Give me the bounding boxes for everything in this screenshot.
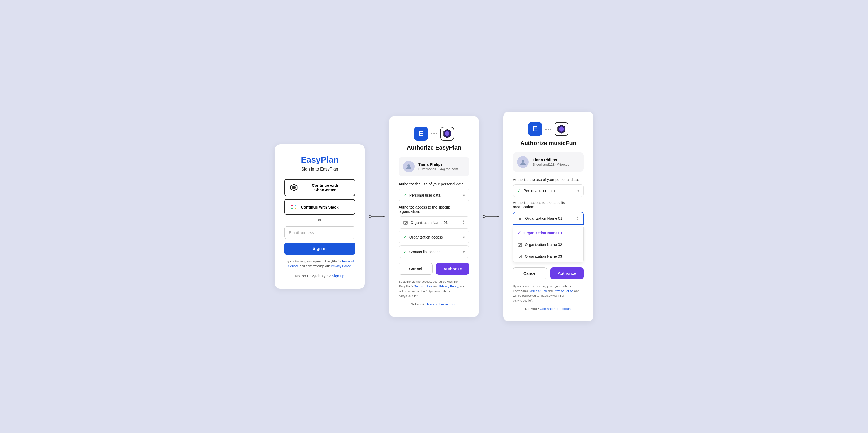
not-you-text: Not you? Use another account bbox=[399, 302, 470, 306]
user-avatar bbox=[403, 161, 414, 172]
arrow-connector-2 bbox=[479, 214, 503, 219]
authorize-button-3[interactable]: Authorize bbox=[550, 267, 584, 279]
check-icon-personal-3: ✓ bbox=[517, 188, 521, 193]
svg-rect-24 bbox=[519, 218, 520, 219]
svg-rect-3 bbox=[294, 205, 296, 206]
action-buttons: Cancel Authorize bbox=[399, 263, 470, 275]
personal-data-label: Authorize the use of your personal data: bbox=[399, 182, 470, 186]
user-email-3: Silverhand1234@foo.com bbox=[532, 163, 572, 167]
svg-rect-29 bbox=[519, 244, 520, 245]
dot3 bbox=[436, 133, 437, 135]
chevron-org-icon: ▾ bbox=[463, 235, 465, 239]
building-icon-dd2 bbox=[517, 242, 522, 247]
svg-rect-26 bbox=[520, 219, 521, 220]
org-access-label-3: Authorize access to the specific organiz… bbox=[513, 201, 584, 209]
contact-access-item[interactable]: ✓ Contact list access ▾ bbox=[399, 246, 470, 258]
chatchenter-icon bbox=[290, 184, 298, 191]
slack-btn-label: Continue with Slack bbox=[301, 205, 339, 209]
email-input[interactable] bbox=[284, 226, 355, 239]
footer-terms: By authorize the access, you agree with … bbox=[399, 280, 470, 298]
svg-rect-4 bbox=[291, 208, 293, 209]
arrow-connector-1 bbox=[365, 214, 389, 219]
svg-rect-35 bbox=[519, 257, 520, 258]
connector-dots bbox=[431, 133, 437, 135]
updown-arrows-icon-3: ▲ ▼ bbox=[577, 216, 579, 221]
use-another-link-3[interactable]: Use another account bbox=[540, 307, 572, 311]
cancel-button[interactable]: Cancel bbox=[399, 263, 433, 275]
org-selected-text: Organization Name 01 bbox=[411, 221, 448, 225]
user-email: Silverhand1234@foo.com bbox=[418, 167, 458, 171]
connector-dots-3 bbox=[545, 128, 551, 130]
user-name-3: Tiana Philips bbox=[532, 157, 572, 162]
svg-rect-2 bbox=[291, 205, 293, 206]
svg-rect-15 bbox=[405, 223, 406, 225]
dropdown-item-1[interactable]: ✓ Organization Name 01 bbox=[513, 227, 584, 239]
dropdown-item-3[interactable]: Organization Name 03 bbox=[513, 251, 584, 262]
svg-marker-19 bbox=[497, 216, 499, 218]
auth-header: E bbox=[399, 127, 470, 141]
svg-rect-13 bbox=[405, 222, 405, 223]
dot1 bbox=[431, 133, 432, 135]
org-selector[interactable]: Organization Name 01 ▲ ▼ bbox=[399, 216, 470, 229]
auth-header-3: E bbox=[513, 122, 584, 136]
check-icon-org: ✓ bbox=[403, 235, 407, 240]
svg-rect-33 bbox=[519, 256, 520, 257]
easyplan-logo: EasyPlan bbox=[284, 155, 355, 165]
signin-button[interactable]: Sign in bbox=[284, 242, 355, 255]
dropdown-item-2[interactable]: Organization Name 02 bbox=[513, 239, 584, 251]
personal-data-item-3[interactable]: ✓ Personal user data ▾ bbox=[513, 184, 584, 197]
slack-button[interactable]: Continue with Slack bbox=[284, 199, 355, 214]
building-icon-3 bbox=[518, 216, 522, 221]
user-avatar-3 bbox=[517, 156, 529, 168]
personal-data-label-3: Authorize the use of your personal data: bbox=[513, 177, 584, 182]
chevron-contact-icon: ▾ bbox=[463, 250, 465, 254]
cancel-button-3[interactable]: Cancel bbox=[513, 267, 547, 279]
chatchenter-btn-label: Continue with ChatCenter bbox=[301, 183, 349, 192]
third-party-logo bbox=[440, 127, 454, 141]
not-member-text: Not on EasyPlan yet? Sign up bbox=[284, 274, 355, 278]
privacy-policy-link[interactable]: Privacy Policy bbox=[331, 264, 350, 268]
dropdown-item-label-2: Organization Name 02 bbox=[525, 242, 562, 247]
user-info-box: Tiana Philips Silverhand1234@foo.com bbox=[399, 157, 470, 176]
chevron-down-icon: ▾ bbox=[463, 193, 465, 197]
svg-rect-34 bbox=[520, 256, 521, 257]
easyplan-logo-box: E bbox=[414, 127, 428, 141]
authorize-easyplan-card: E Authorize EasyPlan bbox=[389, 116, 479, 317]
dropdown-item-label-3: Organization Name 03 bbox=[525, 254, 562, 258]
signup-link[interactable]: Sign up bbox=[332, 274, 344, 278]
updown-arrows-icon: ▲ ▼ bbox=[462, 220, 465, 225]
svg-point-17 bbox=[483, 215, 486, 218]
authorize-musicfun-card: E Authorize musicFun bbox=[503, 112, 593, 321]
org-dropdown-list: ✓ Organization Name 01 Organization Name… bbox=[513, 227, 584, 262]
personal-data-item[interactable]: ✓ Personal user data ▾ bbox=[399, 189, 470, 201]
svg-rect-14 bbox=[406, 222, 407, 223]
use-another-link[interactable]: Use another account bbox=[426, 302, 457, 306]
building-icon bbox=[403, 220, 408, 225]
svg-point-6 bbox=[369, 215, 371, 218]
org-access-item[interactable]: ✓ Organization access ▾ bbox=[399, 231, 470, 243]
svg-point-11 bbox=[407, 165, 410, 167]
footer-privacy-link-3[interactable]: Privacy Policy bbox=[553, 289, 572, 292]
authorize-button[interactable]: Authorize bbox=[436, 263, 469, 275]
svg-rect-25 bbox=[520, 218, 521, 219]
footer-terms-link[interactable]: Terms of Use bbox=[414, 285, 432, 288]
or-divider: or bbox=[284, 218, 355, 222]
auth-title-3: Authorize musicFun bbox=[513, 140, 584, 147]
user-name: Tiana Philips bbox=[418, 162, 458, 167]
footer-privacy-link[interactable]: Privacy Policy bbox=[439, 285, 458, 288]
svg-rect-5 bbox=[294, 208, 296, 209]
check-icon-contact: ✓ bbox=[403, 249, 407, 254]
slack-icon bbox=[290, 203, 298, 211]
svg-rect-31 bbox=[519, 246, 520, 247]
check-icon-personal: ✓ bbox=[403, 193, 407, 198]
musicfun-logo bbox=[555, 122, 568, 136]
footer-terms-3: By authorize the access, you agree with … bbox=[513, 284, 584, 303]
chevron-down-icon-3: ▾ bbox=[577, 189, 579, 193]
signin-subtitle: Sign in to EasyPlan bbox=[284, 167, 355, 172]
action-buttons-3: Cancel Authorize bbox=[513, 267, 584, 279]
footer-terms-link-3[interactable]: Terms of Use bbox=[529, 289, 547, 292]
org-selector-3[interactable]: Organization Name 01 ▲ ▼ bbox=[513, 212, 584, 225]
svg-marker-1 bbox=[292, 186, 296, 190]
building-icon-dd3 bbox=[517, 254, 522, 259]
chatchenter-button[interactable]: Continue with ChatCenter bbox=[284, 179, 355, 196]
